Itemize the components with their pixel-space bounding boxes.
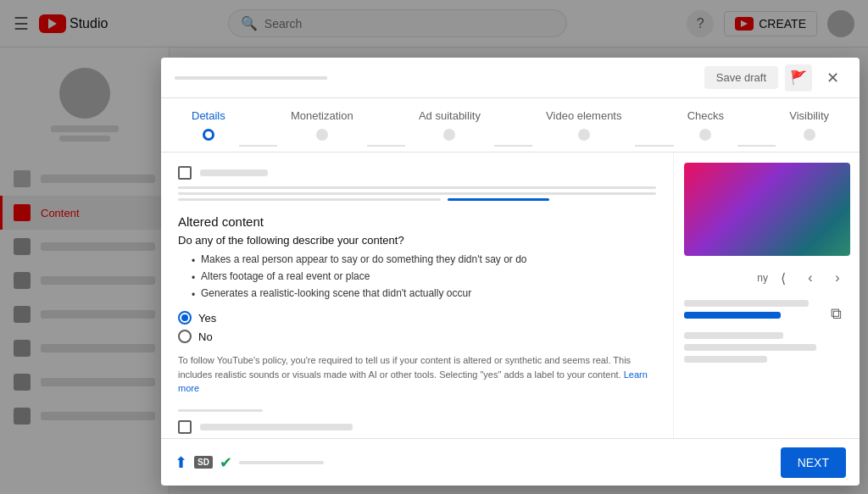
video-metadata: ⧉ [684, 300, 849, 363]
thumbnail-pagination: ny ⟨ ‹ › [684, 266, 849, 290]
save-draft-button[interactable]: Save draft [704, 66, 778, 89]
bullet-dot-3: • [192, 289, 196, 301]
bullet-item-1: • Makes a real person appear to say or d… [192, 253, 656, 267]
upload-modal: Save draft 🚩 ✕ Details Monetization Ad s… [161, 58, 860, 486]
tab-ad-suitability[interactable]: Ad suitability [405, 109, 494, 141]
title-line-2 [178, 192, 656, 195]
tab-details-dot [203, 129, 214, 141]
altered-content-section: Altered content Do any of the following … [178, 214, 656, 396]
bottom-progress-line [178, 409, 263, 412]
flag-button[interactable]: 🚩 [785, 64, 812, 92]
checkbox-label-1 [200, 169, 268, 176]
tab-connector-5 [737, 145, 776, 147]
footer-progress-fill [239, 461, 290, 464]
bullet-dot-1: • [192, 255, 196, 267]
meta-line-3 [684, 344, 816, 351]
tab-ad-dot [443, 129, 455, 141]
bottom-checkbox-label [200, 424, 353, 430]
bullet-item-3: • Generates a realistic-looking scene th… [192, 287, 656, 301]
tab-connector-3 [494, 145, 532, 147]
bullet-dot-2: • [192, 272, 196, 284]
meta-line-1 [684, 300, 809, 307]
next-button[interactable]: NEXT [781, 447, 846, 478]
policy-text: To follow YouTube's policy, you're requi… [178, 353, 656, 396]
tab-details-label: Details [192, 109, 225, 122]
check-icon: ✔ [220, 453, 232, 472]
altered-content-bullets: • Makes a real person appear to say or d… [192, 253, 656, 301]
flag-icon: 🚩 [790, 69, 807, 86]
title-line-1 [178, 186, 656, 189]
modal-topbar-actions: Save draft 🚩 ✕ [704, 64, 846, 92]
tab-visibility-label: Visibility [789, 109, 829, 122]
bottom-section [178, 409, 656, 434]
close-icon: ✕ [826, 69, 839, 87]
pagination-prev-button[interactable]: ‹ [798, 266, 822, 290]
progress-row [178, 198, 656, 204]
radio-yes-row[interactable]: Yes [178, 311, 656, 325]
bullet-text-1: Makes a real person appear to say or do … [201, 253, 527, 265]
modal-topbar: Save draft 🚩 ✕ [161, 58, 860, 98]
tab-checks-dot [699, 129, 711, 141]
tab-connector-1 [239, 145, 277, 147]
modal-left-panel: Altered content Do any of the following … [161, 153, 673, 438]
pagination-next-button[interactable]: › [826, 266, 849, 290]
tab-checks[interactable]: Checks [674, 109, 737, 141]
checkbox-1[interactable] [178, 166, 192, 180]
tab-monetization-dot [316, 129, 328, 141]
bottom-checkbox-row [178, 420, 656, 434]
tab-connector-2 [367, 145, 405, 147]
radio-yes-outer[interactable] [178, 311, 192, 325]
tab-visibility-dot [804, 129, 815, 141]
close-button[interactable]: ✕ [819, 64, 846, 92]
tab-ad-label: Ad suitability [419, 109, 481, 122]
video-thumbnail [684, 163, 850, 256]
modal-body: Altered content Do any of the following … [161, 153, 860, 438]
policy-text-content: To follow YouTube's policy, you're requi… [178, 355, 631, 380]
meta-line-2 [684, 332, 783, 339]
tab-video-elements[interactable]: Video elements [532, 109, 635, 141]
modal-progress-fill [175, 76, 327, 80]
meta-line-blue [684, 312, 781, 319]
modal-tabs: Details Monetization Ad suitability Vide… [161, 98, 860, 153]
tab-monetization[interactable]: Monetization [277, 109, 367, 141]
meta-line-4 [684, 356, 767, 363]
radio-no-label: No [198, 330, 213, 343]
checkbox-row-1 [178, 166, 656, 180]
modal-progress-container [175, 76, 691, 80]
altered-content-title: Altered content [178, 214, 656, 229]
altered-content-radio-group: Yes No [178, 311, 656, 343]
radio-yes-inner [181, 314, 188, 321]
tab-video-label: Video elements [546, 109, 621, 122]
bottom-checkbox[interactable] [178, 420, 192, 434]
progress-fill [448, 198, 549, 201]
tab-details[interactable]: Details [178, 109, 239, 141]
tab-monetization-label: Monetization [291, 109, 353, 122]
tab-connector-4 [635, 145, 673, 147]
copy-button[interactable]: ⧉ [822, 300, 849, 327]
tab-checks-label: Checks [687, 109, 724, 122]
bullet-text-2: Alters footage of a real event or place [201, 270, 370, 282]
title-input-area [178, 186, 656, 204]
pagination-first-button[interactable]: ⟨ [771, 266, 795, 290]
bullet-item-2: • Alters footage of a real event or plac… [192, 270, 656, 284]
modal-right-panel: ny ⟨ ‹ › ⧉ [673, 153, 860, 438]
tab-visibility[interactable]: Visibility [776, 109, 843, 141]
radio-yes-label: Yes [198, 312, 216, 325]
modal-footer: ⬆ SD ✔ NEXT [161, 438, 860, 486]
progress-bg [178, 198, 441, 201]
footer-progress-bar [239, 461, 324, 464]
form-top-section [178, 166, 656, 204]
footer-left: ⬆ SD ✔ [175, 453, 324, 472]
hd-badge: SD [194, 456, 213, 469]
pagination-label: ny [757, 272, 768, 284]
upload-icon[interactable]: ⬆ [175, 453, 187, 472]
radio-no-row[interactable]: No [178, 330, 656, 343]
radio-no-outer[interactable] [178, 330, 192, 343]
modal-progress-bg [175, 76, 327, 80]
bullet-text-3: Generates a realistic-looking scene that… [201, 287, 471, 299]
tab-video-dot [578, 129, 590, 141]
altered-content-question: Do any of the following describe your co… [178, 234, 656, 247]
